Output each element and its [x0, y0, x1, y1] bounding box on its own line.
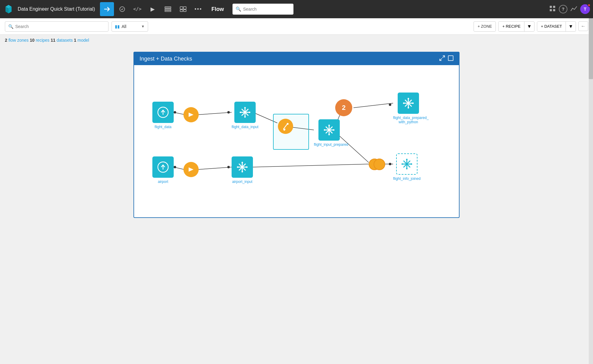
app-logo[interactable]: [3, 4, 14, 15]
airport-label: airport: [158, 180, 168, 184]
recipe-dropdown-arrow[interactable]: ▼: [524, 22, 534, 31]
topnav-search-box: 🔍: [233, 4, 293, 15]
add-zone-button[interactable]: + ZONE: [474, 21, 496, 32]
svg-point-40: [244, 116, 246, 118]
svg-point-66: [242, 171, 243, 173]
snowflake-icon-4: [236, 161, 248, 173]
help-icon[interactable]: ?: [559, 5, 567, 13]
filter-chevron-icon: ▼: [141, 24, 145, 29]
zones-label[interactable]: flow zones: [9, 38, 29, 43]
zone-window-icon[interactable]: [448, 55, 453, 62]
svg-point-65: [242, 162, 243, 163]
notification-badge: [588, 4, 591, 7]
recipe-python[interactable]: 2: [335, 99, 352, 116]
svg-line-23: [197, 167, 232, 170]
flow-stats-bar: 2 flow zones 10 recipes 11 datasets 1 mo…: [0, 35, 593, 46]
topnav-search-icon: 🔍: [236, 6, 241, 12]
node-flight-data[interactable]: flight_data: [152, 102, 174, 129]
node-airport-input[interactable]: airport_input: [232, 156, 253, 184]
recipe-sync-1[interactable]: [183, 107, 199, 122]
svg-point-43: [287, 123, 289, 125]
svg-point-50: [324, 129, 325, 131]
dataset-dropdown-arrow[interactable]: ▼: [566, 22, 576, 31]
svg-point-48: [328, 125, 330, 126]
topnav-search-input[interactable]: [243, 7, 286, 12]
svg-point-57: [408, 107, 409, 109]
python-recipe-circle: 2: [335, 99, 352, 116]
recipes-label[interactable]: recipes: [36, 38, 49, 43]
models-count: 1: [74, 38, 76, 43]
svg-point-32: [389, 163, 391, 165]
code-nav-btn[interactable]: </>: [130, 2, 144, 16]
svg-point-68: [246, 166, 248, 168]
svg-rect-8: [550, 6, 552, 8]
flow-search-input[interactable]: [15, 24, 101, 29]
flow-toolbar: 🔍 ▮▮ All ▼ + ZONE + RECIPE ▼ + DATASET ▼…: [0, 18, 593, 35]
run-nav-btn[interactable]: ▶: [146, 2, 160, 16]
add-dataset-button[interactable]: + DATASET: [537, 22, 566, 31]
flight-data-prepared-label: flight_data_prepared_with_python: [393, 116, 424, 124]
svg-point-74: [406, 168, 408, 170]
flight-input-prepared-icon-box: [318, 119, 340, 141]
airport-input-icon-box: [232, 156, 253, 178]
node-flight-input-prepared[interactable]: flight_input_prepared: [314, 119, 344, 147]
svg-rect-2: [165, 9, 171, 10]
recipe-sync-2[interactable]: [183, 162, 199, 177]
sync-recipe-circle-2: [183, 162, 199, 177]
svg-rect-1: [165, 7, 171, 8]
more-nav-btn[interactable]: •••: [191, 2, 205, 16]
back-button[interactable]: ←: [578, 21, 588, 31]
toolbar-actions: + ZONE + RECIPE ▼ + DATASET ▼ ←: [474, 21, 588, 32]
join-recipe-circle: [369, 156, 386, 173]
svg-line-13: [440, 58, 442, 61]
flow-nav-btn[interactable]: [100, 2, 114, 16]
node-flight-data-prepared[interactable]: flight_data_prepared_with_python: [393, 93, 424, 124]
flow-zone-ingest: Ingest + Data Checks: [133, 52, 460, 218]
join-circle-right: [374, 159, 385, 170]
snowflake-icon-2: [323, 124, 335, 136]
svg-rect-6: [180, 10, 183, 12]
zone-expand-icon[interactable]: [439, 55, 445, 62]
scrollbar-thumb[interactable]: [589, 18, 593, 79]
svg-line-16: [197, 112, 232, 115]
scrollbar[interactable]: [589, 18, 593, 364]
recipes-count: 10: [30, 38, 35, 43]
snowflake-icon-5: [401, 158, 413, 170]
apps-grid-icon[interactable]: [549, 5, 556, 13]
svg-rect-7: [183, 10, 186, 12]
svg-point-27: [227, 111, 230, 114]
dashboard-nav-btn[interactable]: [176, 2, 190, 16]
flow-zone-body: flight_data: [134, 65, 459, 217]
analytics-icon[interactable]: [570, 6, 577, 13]
flight-data-input-icon-box: [234, 102, 256, 123]
airport-input-label: airport_input: [232, 180, 253, 184]
flight-info-joined-icon-box: [396, 153, 417, 175]
svg-rect-4: [180, 7, 183, 9]
node-flight-data-input[interactable]: flight_data_input: [232, 102, 258, 129]
svg-point-28: [174, 166, 176, 168]
prepare-nav-btn[interactable]: [115, 2, 129, 16]
zone-header-controls: [439, 55, 453, 62]
flow-canvas: Ingest + Data Checks: [0, 46, 593, 224]
add-recipe-button[interactable]: + RECIPE: [499, 22, 524, 31]
recipe-join[interactable]: [369, 156, 386, 173]
svg-rect-5: [183, 7, 186, 9]
datasets-label[interactable]: datasets: [57, 38, 73, 43]
svg-line-22: [174, 167, 184, 170]
filter-value: All: [122, 24, 126, 29]
user-avatar[interactable]: T: [580, 4, 590, 14]
flow-mode-label: Flow: [211, 6, 224, 12]
flight-input-prepared-label: flight_input_prepared: [314, 142, 344, 147]
models-label[interactable]: model: [77, 38, 89, 43]
svg-point-26: [174, 111, 176, 114]
python-badge-label: 2: [342, 104, 346, 112]
sync-recipe-circle-1: [183, 107, 199, 122]
flight-info-joined-label: flight_info_joined: [393, 177, 421, 181]
jobs-nav-btn[interactable]: [161, 2, 175, 16]
svg-point-56: [408, 98, 409, 100]
recipe-prepare[interactable]: [278, 119, 293, 134]
node-flight-info-joined[interactable]: flight_info_joined: [393, 153, 421, 181]
node-airport[interactable]: airport: [152, 156, 174, 184]
filter-dropdown[interactable]: ▮▮ All ▼: [112, 21, 148, 32]
app-title: Data Engineer Quick Start (Tutorial): [18, 6, 95, 12]
